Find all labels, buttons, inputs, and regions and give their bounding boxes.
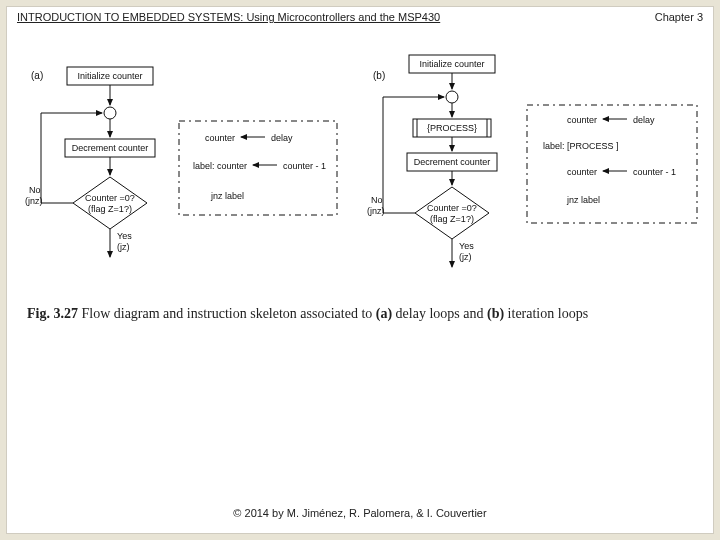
- merge-node-b: [446, 91, 458, 103]
- yes-a-l1: Yes: [117, 231, 132, 241]
- yes-a-l2: (jz): [117, 242, 130, 252]
- decision-a: [73, 177, 147, 229]
- no-a-l2: (jnz): [25, 196, 43, 206]
- yes-b-l2: (jz): [459, 252, 472, 262]
- init-text-b: Initialize counter: [419, 59, 484, 69]
- yes-b-l1: Yes: [459, 241, 474, 251]
- caption-b: (b): [487, 306, 504, 321]
- code-a-l1-right: delay: [271, 133, 293, 143]
- code-a-l2-left: label: counter: [193, 161, 247, 171]
- no-b-l1: No: [371, 195, 383, 205]
- cond-a-l1: Counter =0?: [85, 193, 135, 203]
- book-title: INTRODUCTION TO EMBEDDED SYSTEMS: Using …: [17, 11, 440, 23]
- cond-a-l2: (flag Z=1?): [88, 204, 132, 214]
- code-b-l1-right: delay: [633, 115, 655, 125]
- code-box-b: [527, 105, 697, 223]
- caption-p2: delay loops and: [392, 306, 487, 321]
- merge-node-a: [104, 107, 116, 119]
- cond-b-l2: (flag Z=1?): [430, 214, 474, 224]
- code-a-l1-left: counter: [205, 133, 235, 143]
- figure-caption: Fig. 3.27 Flow diagram and instruction s…: [27, 305, 693, 324]
- no-b-l2: (jnz): [367, 206, 385, 216]
- code-a-l3: jnz label: [210, 191, 244, 201]
- cond-b-l1: Counter =0?: [427, 203, 477, 213]
- caption-p3: iteration loops: [504, 306, 588, 321]
- dec-text-b: Decrement counter: [414, 157, 491, 167]
- decision-b: [415, 187, 489, 239]
- caption-p1: Flow diagram and instruction skeleton as…: [78, 306, 376, 321]
- chapter-label: Chapter 3: [655, 11, 703, 23]
- no-a-l1: No: [29, 185, 41, 195]
- init-text-a: Initialize counter: [77, 71, 142, 81]
- code-a-l2-right: counter - 1: [283, 161, 326, 171]
- code-b-l2: label: [PROCESS ]: [543, 141, 619, 151]
- label-b: (b): [373, 70, 385, 81]
- caption-a: (a): [376, 306, 392, 321]
- header: INTRODUCTION TO EMBEDDED SYSTEMS: Using …: [7, 7, 713, 23]
- content-area: (a) Initialize counter Decrement counter…: [7, 23, 713, 529]
- copyright-text: © 2014 by M. Jiménez, R. Palomera, & I. …: [233, 507, 486, 519]
- caption-fignum: Fig. 3.27: [27, 306, 78, 321]
- code-b-l1-left: counter: [567, 115, 597, 125]
- figure-svg: (a) Initialize counter Decrement counter…: [7, 23, 713, 293]
- footer: © 2014 by M. Jiménez, R. Palomera, & I. …: [7, 507, 713, 519]
- code-b-l3-left: counter: [567, 167, 597, 177]
- code-b-l4: jnz label: [566, 195, 600, 205]
- dec-text-a: Decrement counter: [72, 143, 149, 153]
- process-text-b: {PROCESS}: [427, 123, 477, 133]
- code-b-l3-right: counter - 1: [633, 167, 676, 177]
- slide-page: INTRODUCTION TO EMBEDDED SYSTEMS: Using …: [6, 6, 714, 534]
- label-a: (a): [31, 70, 43, 81]
